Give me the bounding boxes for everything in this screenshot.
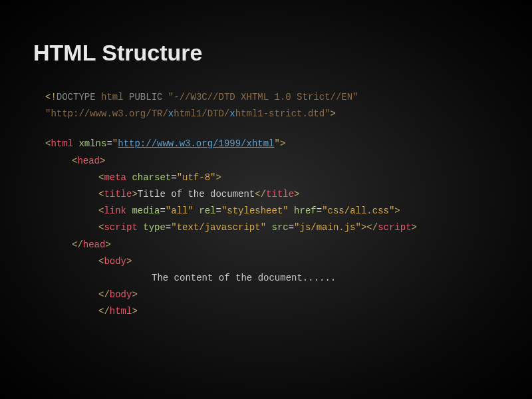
code-line: The content of the document...... <box>45 270 532 287</box>
code-line: <link media="all" rel="stylesheet" href=… <box>45 203 532 219</box>
code-line: <body> <box>45 253 532 270</box>
xmlns-link[interactable]: http://www.w3.org/1999/xhtml <box>118 138 274 149</box>
code-line: <head> <box>45 153 532 170</box>
code-line: </body> <box>45 287 532 303</box>
code-line: </head> <box>45 237 532 253</box>
code-line: <html xmlns="http://www.w3.org/1999/xhtm… <box>45 136 532 152</box>
code-line: <script type="text/javascript" src="js/m… <box>45 219 532 236</box>
code-line: "http://www.w3.org/TR/xhtml1/DTD/xhtml1-… <box>45 106 532 122</box>
code-line: </html> <box>45 303 532 320</box>
slide-title: HTML Structure <box>33 40 532 66</box>
code-line: <meta charset="utf-8"> <box>45 170 532 186</box>
code-block: <!DOCTYPE html PUBLIC "-//W3C//DTD XHTML… <box>33 89 532 320</box>
code-line: <title>Title of the document</title> <box>45 186 532 203</box>
code-line: <!DOCTYPE html PUBLIC "-//W3C//DTD XHTML… <box>45 89 532 106</box>
